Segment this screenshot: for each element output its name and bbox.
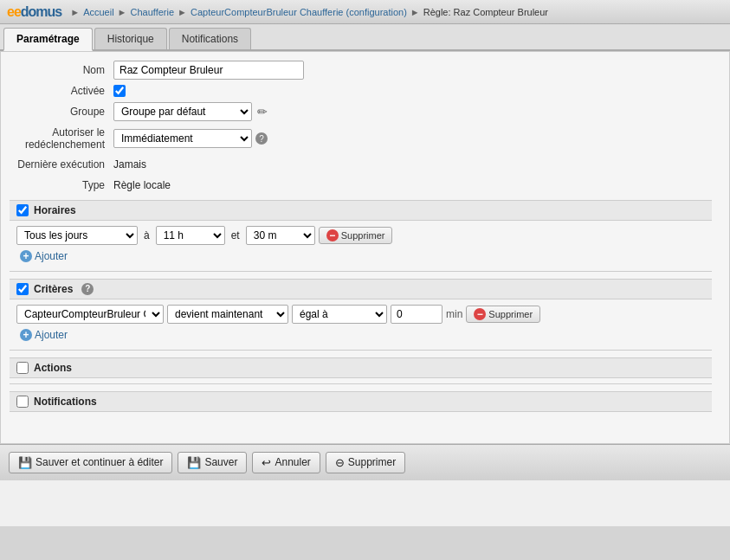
type-label: Type <box>10 179 113 191</box>
logo-accent: ee <box>7 4 21 19</box>
app-logo: eedomus <box>7 4 61 20</box>
bottom-toolbar: 💾 Sauver et continuer à éditer 💾 Sauver … <box>0 444 730 480</box>
form-content: Nom Activée Groupe Groupe par défaut ✏ A… <box>0 51 730 444</box>
cancel-icon: ↩ <box>262 456 271 469</box>
notifications-section-header: Notifications <box>10 391 712 412</box>
horaires-section-header: Horaires <box>10 200 712 221</box>
top-nav: eedomus ► Accueil ► Chaufferie ► Capteur… <box>0 0 730 24</box>
horaires-remove-button[interactable]: − Supprimer <box>319 227 393 244</box>
breadcrumb-sep-2: ► <box>178 7 187 17</box>
save-continue-button[interactable]: 💾 Sauver et continuer à éditer <box>9 452 172 473</box>
criteres-unit-label: min <box>446 308 462 320</box>
nom-label: Nom <box>10 64 113 76</box>
save-button[interactable]: 💾 Sauver <box>178 452 247 473</box>
groupe-select[interactable]: Groupe par défaut <box>113 102 252 121</box>
criteres-remove-icon: − <box>474 308 486 320</box>
save-icon: 💾 <box>187 456 201 469</box>
criteres-help-icon[interactable]: ? <box>81 283 94 295</box>
criteres-row: CapteurCompteurBruleur Chaufferi… devien… <box>16 305 712 324</box>
horaires-section-label: Horaires <box>34 204 76 216</box>
criteres-separator <box>10 350 712 351</box>
criteres-capteur-select[interactable]: CapteurCompteurBruleur Chaufferi… <box>16 305 164 324</box>
actions-section-label: Actions <box>34 362 72 374</box>
horaires-remove-icon: − <box>326 229 339 241</box>
heure-prefix: à <box>144 229 150 241</box>
criteres-remove-button[interactable]: − Supprimer <box>466 306 540 323</box>
delete-button[interactable]: ⊖ Supprimer <box>326 452 405 473</box>
derniere-exec-value: Jamais <box>113 157 146 172</box>
horaires-minutes-select[interactable]: 0 m5 m10 m15 m 20 m25 m30 m35 m 40 m45 m… <box>246 226 315 245</box>
breadcrumb-rule: Règle: Raz Compteur Bruleur <box>423 7 548 17</box>
main-container: Paramétrage Historique Notifications Nom… <box>0 24 730 526</box>
type-value: Règle locale <box>113 177 171 193</box>
nom-row: Nom <box>10 61 712 80</box>
notifications-spacer <box>10 417 712 434</box>
groupe-label: Groupe <box>10 106 113 118</box>
criteres-section-label: Critères <box>34 283 73 295</box>
criteres-comparator-select[interactable]: égal à différent de supérieur à inférieu… <box>292 305 387 324</box>
horaires-separator <box>10 271 712 272</box>
breadcrumb-sep-1: ► <box>118 7 127 17</box>
actions-section-header: Actions <box>10 357 712 378</box>
groupe-edit-icon[interactable]: ✏ <box>257 105 268 119</box>
tabs-row: Paramétrage Historique Notifications <box>0 24 730 51</box>
derniere-exec-row: Dernière exécution Jamais <box>10 157 712 172</box>
horaires-checkbox[interactable] <box>16 204 29 216</box>
horaires-add-icon: + <box>20 250 32 262</box>
type-row: Type Règle locale <box>10 177 712 193</box>
save-continue-icon: 💾 <box>18 456 32 469</box>
nom-input[interactable] <box>113 61 304 80</box>
criteres-section-header: Critères ? <box>10 279 712 299</box>
breadcrumb-sep-3: ► <box>410 7 420 17</box>
activee-label: Activée <box>10 85 113 97</box>
notifications-checkbox[interactable] <box>16 396 29 408</box>
criteres-add-icon: + <box>20 329 32 341</box>
criteres-value-input[interactable] <box>391 305 443 324</box>
groupe-row: Groupe Groupe par défaut ✏ <box>10 102 712 121</box>
notifications-section-label: Notifications <box>34 396 97 408</box>
actions-separator <box>10 383 712 384</box>
criteres-condition-select[interactable]: devient maintenant est supérieur à est i… <box>167 305 288 324</box>
cancel-button[interactable]: ↩ Annuler <box>252 452 320 473</box>
derniere-exec-label: Dernière exécution <box>10 158 113 171</box>
horaires-row: Tous les jours Lundi Mardi Mercredi Jeud… <box>16 226 712 245</box>
breadcrumb-chaufferie[interactable]: Chaufferie <box>131 7 175 17</box>
horaires-heure-select[interactable]: 0 h1 h2 h3 h 4 h5 h6 h7 h 8 h9 h10 h11 h… <box>156 226 225 245</box>
autoriser-label: Autoriser le redéclenchement <box>10 126 113 151</box>
criteres-checkbox[interactable] <box>16 283 29 295</box>
autoriser-select[interactable]: Immédiatement <box>113 129 252 148</box>
horaires-jours-select[interactable]: Tous les jours Lundi Mardi Mercredi Jeud… <box>16 226 138 245</box>
tab-historique[interactable]: Historique <box>94 28 167 49</box>
activee-checkbox[interactable] <box>113 85 126 97</box>
criteres-add-button[interactable]: + Ajouter <box>16 327 71 343</box>
breadcrumb-config[interactable]: CapteurCompteurBruleur Chaufferie (confi… <box>191 7 407 17</box>
tab-parametrage[interactable]: Paramétrage <box>3 28 93 51</box>
activee-row: Activée <box>10 85 712 97</box>
tab-notifications[interactable]: Notifications <box>169 28 251 49</box>
minutes-prefix: et <box>231 229 240 241</box>
horaires-add-button[interactable]: + Ajouter <box>16 248 71 264</box>
delete-icon: ⊖ <box>335 456 345 469</box>
autoriser-help-icon[interactable]: ? <box>255 132 268 145</box>
breadcrumb-accueil[interactable]: Accueil <box>83 7 113 17</box>
autoriser-row: Autoriser le redéclenchement Immédiateme… <box>10 126 712 151</box>
actions-checkbox[interactable] <box>16 362 29 374</box>
breadcrumb-sep-0: ► <box>70 7 80 17</box>
